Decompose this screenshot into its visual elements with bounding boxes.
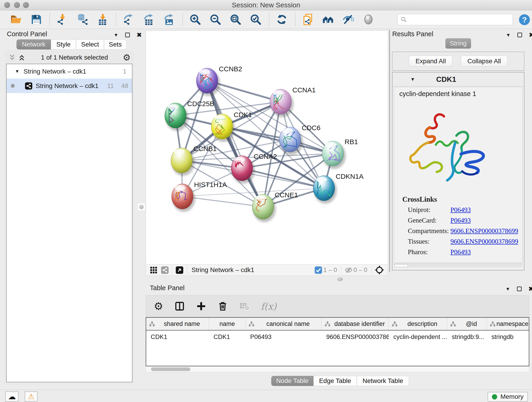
close-panel-icon[interactable]: ✖ [137, 31, 142, 39]
table-row[interactable]: CDK1CDK1P064939606.ENSP00000378699cyclin… [146, 331, 529, 343]
search-input[interactable] [409, 16, 513, 24]
tab-sets[interactable]: Sets [104, 39, 127, 50]
zoom-in-button[interactable] [189, 13, 201, 26]
tab-style[interactable]: Style [51, 39, 76, 50]
export-table-button[interactable] [143, 13, 155, 26]
table-horizontal-scrollbar[interactable] [146, 366, 529, 372]
memory-button[interactable]: Memory [488, 392, 528, 402]
close-panel-icon[interactable]: ✖ [528, 285, 532, 293]
node-CDK1[interactable]: CDK1 [211, 111, 252, 142]
expand-all-icon[interactable] [18, 54, 26, 61]
tab-string[interactable]: String [445, 38, 471, 49]
expand-all-button[interactable]: Expand All [409, 56, 452, 67]
float-panel-icon[interactable] [517, 32, 523, 38]
node-CDKN1A[interactable]: CDKN1A [313, 172, 364, 204]
tree-collapse-icon[interactable]: ▼ [15, 69, 19, 74]
column-header-description[interactable]: description [389, 318, 447, 330]
table-cell[interactable]: stringdb [487, 333, 529, 341]
crosslink-link[interactable]: P06493 [450, 215, 471, 225]
show-all-button[interactable] [362, 13, 374, 26]
zoom-selected-button[interactable] [250, 13, 262, 26]
table-cell[interactable]: stringdb:9... [447, 333, 487, 341]
column-header--id[interactable]: @id [447, 318, 487, 330]
column-header-canonical-name[interactable]: canonical name [246, 318, 322, 330]
close-panel-icon[interactable]: ✖ [529, 31, 532, 39]
table-cell[interactable]: CDK1 [209, 333, 246, 341]
crosslink-link[interactable]: P06493 [450, 247, 471, 257]
panel-menu-icon[interactable]: ▼ [506, 32, 511, 38]
collapse-all-button[interactable]: Collapse All [461, 56, 507, 67]
import-network-button[interactable] [56, 13, 68, 26]
column-header-name[interactable]: name [209, 318, 246, 330]
refresh-button[interactable] [276, 13, 288, 26]
import-database-button[interactable] [76, 13, 89, 26]
hide-selected-button[interactable] [342, 13, 354, 26]
cloud-button[interactable]: ☁ [5, 391, 19, 402]
tab-network[interactable]: Network [17, 39, 51, 50]
crosslink-link[interactable]: 9606.ENSP00000378699 [450, 225, 518, 236]
table-cell[interactable]: CDK1 [146, 333, 209, 341]
selected-checkbox-icon[interactable] [314, 266, 322, 274]
open-session-button[interactable] [10, 13, 22, 26]
first-neighbors-button[interactable] [322, 13, 334, 26]
column-header-namespace[interactable]: namespace [487, 318, 529, 330]
help-button[interactable]: ? [518, 13, 531, 26]
network-options-gear-icon[interactable]: ⚙ [123, 52, 131, 63]
tab-edge-table[interactable]: Edge Table [313, 376, 357, 386]
crosslink-row: Uniprot:P06493 [402, 204, 521, 215]
status-bar [0, 390, 532, 402]
collapse-all-icon[interactable] [8, 54, 16, 61]
node-CCNA1[interactable]: CCNA1 [270, 86, 316, 117]
tab-node-table[interactable]: Node Table [271, 376, 313, 386]
crosshair-icon[interactable] [375, 265, 384, 274]
import-table-button[interactable] [97, 13, 109, 26]
warnings-button[interactable]: ⚠ [25, 391, 38, 402]
add-column-icon[interactable] [196, 301, 206, 311]
panel-menu-icon[interactable]: ▼ [114, 32, 119, 38]
node-RB1[interactable]: RB1 [322, 138, 358, 169]
save-session-button[interactable] [30, 13, 42, 26]
toolbar-separator [269, 13, 269, 26]
export-network-button[interactable] [123, 13, 135, 26]
section-collapse-icon[interactable]: ▼ [410, 77, 415, 82]
network-share-icon[interactable] [161, 266, 169, 274]
tab-network-table[interactable]: Network Table [357, 376, 409, 386]
tab-select[interactable]: Select [76, 39, 104, 50]
table-cell[interactable]: 9606.ENSP00000378699 [322, 333, 389, 341]
network-canvas[interactable]: CCNB2 CCNA1 CDC25B CDK1 CDC6 RB1 CCNB1 C… [146, 31, 388, 264]
svg-text:?: ? [522, 15, 527, 24]
zoom-fit-button[interactable] [230, 13, 241, 26]
float-panel-icon[interactable] [516, 286, 522, 292]
titlebar: Session: New Session [0, 0, 532, 10]
node-HIST1H1A[interactable]: HIST1H1A [172, 181, 227, 212]
results-scrollbar[interactable] [394, 264, 522, 267]
results-section-header[interactable]: ▼ CDK1 [393, 72, 524, 86]
node-CDC6[interactable]: CDC6 [279, 124, 321, 155]
node-table[interactable]: shared namenamecanonical namedatabase id… [146, 317, 529, 366]
panel-menu-icon[interactable]: ▼ [505, 286, 510, 292]
crosslink-link[interactable]: 9606.ENSP00000378699 [450, 236, 518, 247]
search-box[interactable] [397, 14, 513, 25]
clone-network-button[interactable] [302, 13, 314, 26]
table-cell[interactable]: cyclin-dependent ... [389, 333, 447, 341]
grid-view-icon[interactable] [150, 266, 158, 274]
node-label-CCNA1: CCNA1 [292, 86, 316, 94]
float-panel-icon[interactable] [125, 32, 130, 38]
node-CCNB1[interactable]: CCNB1 [171, 145, 217, 176]
tree-row-network[interactable]: String Network – cdk1 11 48 [7, 79, 132, 93]
tree-row-collection[interactable]: ▼ String Network – cdk1 1 [7, 64, 132, 79]
table-settings-gear-icon[interactable]: ⚙ [154, 301, 163, 311]
export-image-button[interactable] [163, 13, 175, 26]
node-CCNE1[interactable]: CCNE1 [252, 191, 298, 222]
birdseye-view-icon[interactable] [176, 266, 184, 274]
show-columns-icon[interactable] [175, 301, 185, 311]
left-splitter-handle[interactable] [138, 203, 145, 211]
delete-column-icon[interactable] [218, 301, 228, 311]
bottom-splitter-handle[interactable] [337, 277, 343, 281]
hidden-eye-icon[interactable] [345, 266, 353, 274]
zoom-out-button[interactable] [209, 13, 221, 26]
column-header-shared-name[interactable]: shared name [146, 318, 209, 330]
column-header-database-identifier[interactable]: database identifier [322, 318, 389, 330]
crosslink-link[interactable]: P06493 [450, 204, 471, 215]
table-cell[interactable]: P06493 [246, 333, 322, 341]
